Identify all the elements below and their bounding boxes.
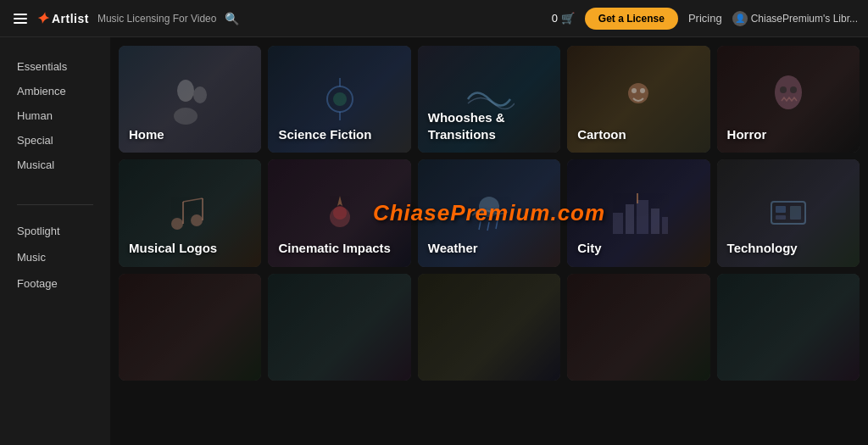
logo-brand: Artlist [52, 12, 89, 25]
category-card-city[interactable]: City [567, 159, 709, 266]
svg-point-1 [174, 108, 198, 125]
sidebar-main-section: Essentials Ambience Human Special Musica… [0, 54, 110, 177]
card-city-label: City [577, 240, 699, 257]
category-card-whooshes[interactable]: Whooshes & Transitions [418, 46, 560, 153]
svg-rect-33 [776, 215, 786, 220]
svg-point-11 [780, 86, 787, 93]
hamburger-button[interactable] [10, 10, 31, 27]
sidebar-item-spotlight[interactable]: Spotlight [0, 219, 110, 243]
cart-count: 0 [552, 12, 558, 25]
svg-point-4 [333, 92, 347, 106]
content-wrapper: ChiasePremium.com Home [119, 46, 860, 381]
svg-line-22 [487, 222, 489, 231]
category-card-bottom-4[interactable] [567, 274, 709, 381]
svg-point-2 [193, 86, 207, 103]
category-grid: Home Science Fiction [119, 46, 860, 381]
svg-point-10 [775, 75, 802, 109]
svg-line-17 [183, 198, 203, 202]
musical-logos-figure-icon [164, 192, 215, 234]
svg-point-9 [640, 88, 645, 93]
category-card-bottom-1[interactable] [119, 274, 261, 381]
svg-rect-25 [626, 204, 634, 234]
sidebar-item-music[interactable]: Music [0, 245, 110, 270]
svg-rect-31 [776, 206, 786, 213]
card-horror-label: Horror [727, 126, 849, 143]
category-card-bottom-3[interactable] [418, 274, 560, 381]
cart-icon: 🛒 [561, 12, 575, 25]
svg-point-13 [171, 218, 183, 230]
svg-rect-32 [790, 206, 801, 220]
category-card-cinematic-impacts[interactable]: Cinematic Impacts [268, 159, 410, 266]
card-weather-label: Weather [428, 240, 550, 257]
content-area: ChiasePremium.com Home [110, 37, 868, 445]
card-cinematic-impacts-label: Cinematic Impacts [278, 240, 400, 257]
user-avatar-icon: 👤 [732, 11, 748, 26]
svg-rect-29 [637, 193, 638, 203]
sidebar-divider [17, 204, 93, 205]
category-card-cartoon[interactable]: Cartoon [567, 46, 709, 153]
card-musical-logos-label: Musical Logos [129, 240, 251, 257]
category-card-bottom-2[interactable] [268, 274, 410, 381]
category-card-science-fiction[interactable]: Science Fiction [268, 46, 410, 153]
card-home-label: Home [129, 126, 251, 143]
scifi-figure-icon [314, 74, 365, 125]
main-layout: Essentials Ambience Human Special Musica… [0, 37, 868, 445]
search-icon[interactable]: 🔍 [225, 12, 239, 25]
svg-point-14 [191, 214, 203, 226]
svg-rect-27 [651, 209, 659, 234]
logo-icon: ✦ [36, 9, 48, 28]
card-whooshes-label: Whooshes & Transitions [428, 109, 550, 142]
logo: ✦ Artlist [36, 9, 89, 28]
home-figure-icon [164, 74, 215, 125]
svg-point-8 [632, 88, 637, 93]
cinematic-figure-icon [314, 187, 365, 238]
svg-rect-24 [613, 213, 623, 234]
horror-figure-icon [767, 74, 810, 125]
svg-line-23 [496, 220, 498, 229]
card-science-fiction-label: Science Fiction [278, 126, 400, 143]
sidebar-item-essentials[interactable]: Essentials [0, 54, 110, 79]
svg-point-19 [333, 206, 347, 220]
category-card-horror[interactable]: Horror [717, 46, 860, 153]
pricing-link[interactable]: Pricing [688, 12, 722, 25]
sidebar-item-special[interactable]: Special [0, 128, 110, 153]
city-figure-icon [609, 192, 668, 234]
category-card-technology[interactable]: Technology [717, 159, 860, 266]
user-menu[interactable]: 👤 ChiasePremium's Libr... [732, 11, 858, 26]
cartoon-figure-icon [613, 78, 664, 120]
sidebar-item-footage[interactable]: Footage [0, 271, 110, 296]
category-card-musical-logos[interactable]: Musical Logos [119, 159, 261, 266]
svg-line-21 [479, 221, 481, 230]
get-license-button[interactable]: Get a License [585, 8, 678, 30]
svg-point-12 [790, 86, 797, 93]
weather-figure-icon [464, 192, 515, 234]
header: ✦ Artlist Music Licensing For Video 🔍 0 … [0, 0, 868, 37]
technology-figure-icon [763, 192, 814, 234]
sidebar-item-human[interactable]: Human [0, 103, 110, 128]
svg-rect-28 [662, 217, 668, 234]
category-card-weather[interactable]: Weather [418, 159, 560, 266]
sidebar: Essentials Ambience Human Special Musica… [0, 37, 110, 445]
logo-area: ✦ Artlist Music Licensing For Video 🔍 [10, 9, 239, 28]
card-cartoon-label: Cartoon [577, 126, 699, 143]
category-card-bottom-5[interactable] [717, 274, 860, 381]
svg-rect-26 [637, 200, 648, 234]
sidebar-item-musical[interactable]: Musical [0, 153, 110, 177]
sidebar-item-ambience[interactable]: Ambience [0, 79, 110, 103]
cart-button[interactable]: 0 🛒 [552, 12, 575, 25]
svg-point-0 [177, 80, 194, 102]
header-subtitle: Music Licensing For Video [97, 13, 217, 25]
card-technology-label: Technology [727, 240, 849, 257]
user-label: ChiasePremium's Libr... [751, 13, 858, 25]
category-card-home[interactable]: Home [119, 46, 261, 153]
